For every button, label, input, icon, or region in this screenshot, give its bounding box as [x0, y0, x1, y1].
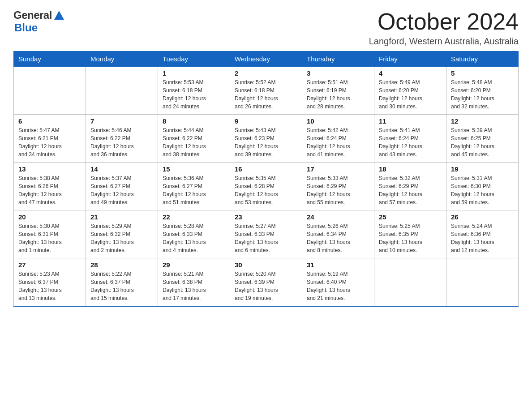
day-number: 29 — [163, 261, 225, 269]
day-info: Sunrise: 5:42 AM Sunset: 6:24 PM Dayligh… — [307, 126, 369, 158]
day-number: 11 — [379, 117, 442, 125]
day-info: Sunrise: 5:23 AM Sunset: 6:37 PM Dayligh… — [18, 270, 81, 302]
day-info: Sunrise: 5:36 AM Sunset: 6:27 PM Dayligh… — [163, 174, 225, 206]
calendar-cell: 7Sunrise: 5:46 AM Sunset: 6:22 PM Daylig… — [86, 115, 158, 163]
calendar-week-row: 20Sunrise: 5:30 AM Sunset: 6:31 PM Dayli… — [14, 210, 519, 258]
calendar-cell: 14Sunrise: 5:37 AM Sunset: 6:27 PM Dayli… — [86, 163, 158, 210]
day-info: Sunrise: 5:38 AM Sunset: 6:26 PM Dayligh… — [18, 174, 81, 206]
calendar-cell: 15Sunrise: 5:36 AM Sunset: 6:27 PM Dayli… — [158, 163, 230, 210]
calendar-cell: 24Sunrise: 5:26 AM Sunset: 6:34 PM Dayli… — [302, 210, 374, 258]
day-info: Sunrise: 5:24 AM Sunset: 6:36 PM Dayligh… — [451, 222, 514, 254]
day-info: Sunrise: 5:22 AM Sunset: 6:37 PM Dayligh… — [90, 270, 153, 302]
day-info: Sunrise: 5:21 AM Sunset: 6:38 PM Dayligh… — [163, 270, 225, 302]
calendar-header-row: SundayMondayTuesdayWednesdayThursdayFrid… — [14, 51, 519, 67]
calendar-cell: 17Sunrise: 5:33 AM Sunset: 6:29 PM Dayli… — [302, 163, 374, 210]
day-info: Sunrise: 5:20 AM Sunset: 6:39 PM Dayligh… — [235, 270, 297, 302]
day-number: 19 — [451, 165, 514, 173]
calendar-cell: 28Sunrise: 5:22 AM Sunset: 6:37 PM Dayli… — [86, 258, 158, 307]
day-info: Sunrise: 5:27 AM Sunset: 6:33 PM Dayligh… — [235, 222, 297, 254]
day-number: 15 — [163, 165, 225, 173]
day-info: Sunrise: 5:28 AM Sunset: 6:33 PM Dayligh… — [163, 222, 225, 254]
day-info: Sunrise: 5:39 AM Sunset: 6:25 PM Dayligh… — [451, 126, 514, 158]
calendar-cell: 16Sunrise: 5:35 AM Sunset: 6:28 PM Dayli… — [230, 163, 302, 210]
day-info: Sunrise: 5:49 AM Sunset: 6:20 PM Dayligh… — [379, 78, 442, 111]
day-number: 23 — [235, 213, 297, 221]
calendar-cell: 6Sunrise: 5:47 AM Sunset: 6:21 PM Daylig… — [14, 115, 86, 163]
calendar-cell: 2Sunrise: 5:52 AM Sunset: 6:18 PM Daylig… — [230, 67, 302, 115]
title-area: October 2024 Langford, Western Australia… — [369, 9, 519, 47]
calendar-week-row: 1Sunrise: 5:53 AM Sunset: 6:18 PM Daylig… — [14, 67, 519, 115]
day-number: 12 — [451, 117, 514, 125]
day-number: 22 — [163, 213, 225, 221]
day-number: 9 — [235, 117, 297, 125]
day-number: 8 — [163, 117, 225, 125]
day-number: 2 — [235, 69, 297, 77]
calendar-cell: 12Sunrise: 5:39 AM Sunset: 6:25 PM Dayli… — [446, 115, 519, 163]
day-info: Sunrise: 5:31 AM Sunset: 6:30 PM Dayligh… — [451, 174, 514, 206]
header-friday: Friday — [374, 51, 446, 67]
calendar-cell: 29Sunrise: 5:21 AM Sunset: 6:38 PM Dayli… — [158, 258, 230, 307]
calendar-table: SundayMondayTuesdayWednesdayThursdayFrid… — [13, 51, 519, 307]
day-number: 3 — [307, 69, 369, 77]
day-number: 4 — [379, 69, 442, 77]
calendar-cell: 23Sunrise: 5:27 AM Sunset: 6:33 PM Dayli… — [230, 210, 302, 258]
day-info: Sunrise: 5:51 AM Sunset: 6:19 PM Dayligh… — [307, 78, 369, 111]
calendar-cell: 1Sunrise: 5:53 AM Sunset: 6:18 PM Daylig… — [158, 67, 230, 115]
header-saturday: Saturday — [446, 51, 519, 67]
calendar-week-row: 6Sunrise: 5:47 AM Sunset: 6:21 PM Daylig… — [14, 115, 519, 163]
calendar-cell: 8Sunrise: 5:44 AM Sunset: 6:22 PM Daylig… — [158, 115, 230, 163]
day-number: 24 — [307, 213, 369, 221]
day-number: 21 — [90, 213, 153, 221]
calendar-cell: 27Sunrise: 5:23 AM Sunset: 6:37 PM Dayli… — [14, 258, 86, 307]
day-number: 7 — [90, 117, 153, 125]
calendar-cell: 30Sunrise: 5:20 AM Sunset: 6:39 PM Dayli… — [230, 258, 302, 307]
calendar-cell: 4Sunrise: 5:49 AM Sunset: 6:20 PM Daylig… — [374, 67, 446, 115]
page-subtitle: Langford, Western Australia, Australia — [369, 36, 519, 47]
day-info: Sunrise: 5:44 AM Sunset: 6:22 PM Dayligh… — [163, 126, 225, 158]
day-info: Sunrise: 5:52 AM Sunset: 6:18 PM Dayligh… — [235, 78, 297, 111]
logo-blue-text: Blue — [14, 21, 38, 34]
day-info: Sunrise: 5:29 AM Sunset: 6:32 PM Dayligh… — [90, 222, 153, 254]
calendar-week-row: 27Sunrise: 5:23 AM Sunset: 6:37 PM Dayli… — [14, 258, 519, 307]
calendar-cell: 31Sunrise: 5:19 AM Sunset: 6:40 PM Dayli… — [302, 258, 374, 307]
calendar-cell: 18Sunrise: 5:32 AM Sunset: 6:29 PM Dayli… — [374, 163, 446, 210]
day-number: 5 — [451, 69, 514, 77]
day-number: 25 — [379, 213, 442, 221]
day-info: Sunrise: 5:33 AM Sunset: 6:29 PM Dayligh… — [307, 174, 369, 206]
day-number: 14 — [90, 165, 153, 173]
day-number: 13 — [18, 165, 81, 173]
day-number: 30 — [235, 261, 297, 269]
day-number: 16 — [235, 165, 297, 173]
day-info: Sunrise: 5:41 AM Sunset: 6:24 PM Dayligh… — [379, 126, 442, 158]
calendar-cell: 21Sunrise: 5:29 AM Sunset: 6:32 PM Dayli… — [86, 210, 158, 258]
calendar-cell: 3Sunrise: 5:51 AM Sunset: 6:19 PM Daylig… — [302, 67, 374, 115]
header: General Blue October 2024 Langford, West… — [13, 9, 519, 47]
header-thursday: Thursday — [302, 51, 374, 67]
day-number: 28 — [90, 261, 153, 269]
calendar-cell: 19Sunrise: 5:31 AM Sunset: 6:30 PM Dayli… — [446, 163, 519, 210]
calendar-cell: 20Sunrise: 5:30 AM Sunset: 6:31 PM Dayli… — [14, 210, 86, 258]
logo-general-text: General — [13, 9, 52, 21]
calendar-cell: 22Sunrise: 5:28 AM Sunset: 6:33 PM Dayli… — [158, 210, 230, 258]
day-info: Sunrise: 5:47 AM Sunset: 6:21 PM Dayligh… — [18, 126, 81, 158]
day-info: Sunrise: 5:53 AM Sunset: 6:18 PM Dayligh… — [163, 78, 225, 111]
calendar-cell: 11Sunrise: 5:41 AM Sunset: 6:24 PM Dayli… — [374, 115, 446, 163]
logo-triangle-left-icon — [54, 11, 59, 20]
header-wednesday: Wednesday — [230, 51, 302, 67]
calendar-cell — [86, 67, 158, 115]
calendar-week-row: 13Sunrise: 5:38 AM Sunset: 6:26 PM Dayli… — [14, 163, 519, 210]
calendar-cell — [14, 67, 86, 115]
day-number: 1 — [163, 69, 225, 77]
day-number: 17 — [307, 165, 369, 173]
calendar-cell: 26Sunrise: 5:24 AM Sunset: 6:36 PM Dayli… — [446, 210, 519, 258]
day-number: 20 — [18, 213, 81, 221]
day-info: Sunrise: 5:19 AM Sunset: 6:40 PM Dayligh… — [307, 270, 369, 302]
day-info: Sunrise: 5:30 AM Sunset: 6:31 PM Dayligh… — [18, 222, 81, 254]
calendar-cell — [446, 258, 519, 307]
logo-triangle-right-icon — [59, 11, 64, 20]
calendar-cell: 5Sunrise: 5:48 AM Sunset: 6:20 PM Daylig… — [446, 67, 519, 115]
calendar-cell: 25Sunrise: 5:25 AM Sunset: 6:35 PM Dayli… — [374, 210, 446, 258]
header-tuesday: Tuesday — [158, 51, 230, 67]
day-info: Sunrise: 5:32 AM Sunset: 6:29 PM Dayligh… — [379, 174, 442, 206]
day-number: 6 — [18, 117, 81, 125]
